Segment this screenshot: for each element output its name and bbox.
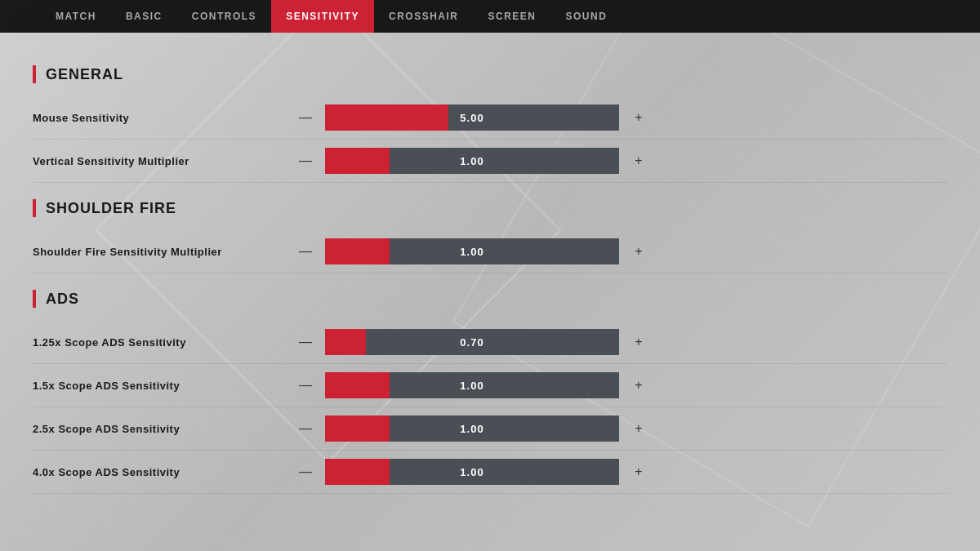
nav-tab-sensitivity[interactable]: SENSITIVITY [271,0,374,33]
section-title-general: General [33,65,947,83]
slider-value-shoulder-fire-sensitivity: 1.00 [325,246,619,258]
plus-button-vertical-sensitivity[interactable]: + [627,149,650,172]
slider-vertical-sensitivity[interactable]: 1.00 [325,148,619,174]
slider-value-ads-125: 0.70 [325,336,619,349]
section-title-text-general: General [46,66,123,83]
section-title-ads: ADS [33,290,947,308]
slider-shoulder-fire-sensitivity[interactable]: 1.00 [325,238,619,264]
setting-control-ads-40: —1.00+ [294,459,947,485]
setting-label-shoulder-fire-sensitivity: Shoulder Fire Sensitivity Multiplier [33,246,294,258]
setting-label-ads-15: 1.5x Scope ADS Sensitivity [33,380,294,392]
setting-row-mouse-sensitivity: Mouse Sensitivity—5.00+ [33,96,947,140]
slider-ads-25[interactable]: 1.00 [325,415,619,442]
nav-tab-sound[interactable]: SOUND [551,0,622,33]
section-ads: ADS1.25x Scope ADS Sensitivity—0.70+1.5x… [33,290,947,494]
setting-label-ads-125: 1.25x Scope ADS Sensitivity [33,336,294,349]
section-title-shoulder-fire: Shoulder Fire [33,199,947,217]
slider-ads-125[interactable]: 0.70 [325,329,619,355]
main-content: GeneralMouse Sensitivity—5.00+Vertical S… [0,33,980,551]
setting-row-ads-40: 4.0x Scope ADS Sensitivity—1.00+ [33,451,947,494]
minus-button-vertical-sensitivity[interactable]: — [294,149,317,172]
minus-button-ads-25[interactable]: — [294,417,317,440]
section-title-text-ads: ADS [46,291,79,308]
nav-tab-basic[interactable]: BASIC [111,0,177,33]
setting-control-ads-15: —1.00+ [294,372,947,398]
section-title-text-shoulder-fire: Shoulder Fire [46,200,176,217]
setting-control-vertical-sensitivity: —1.00+ [294,148,947,174]
plus-button-ads-15[interactable]: + [627,374,650,397]
plus-button-ads-125[interactable]: + [627,331,650,353]
setting-control-shoulder-fire-sensitivity: —1.00+ [294,238,947,264]
nav-tab-match[interactable]: MATCH [41,0,111,33]
plus-button-ads-25[interactable]: + [627,417,650,440]
slider-ads-15[interactable]: 1.00 [325,372,619,398]
minus-button-shoulder-fire-sensitivity[interactable]: — [294,240,317,263]
minus-button-ads-15[interactable]: — [294,374,317,397]
section-shoulder-fire: Shoulder FireShoulder Fire Sensitivity M… [33,199,947,273]
setting-label-ads-40: 4.0x Scope ADS Sensitivity [33,466,294,478]
setting-control-ads-125: —0.70+ [294,329,947,355]
plus-button-shoulder-fire-sensitivity[interactable]: + [627,240,650,263]
nav-tabs: MATCHBASICCONTROLSSENSITIVITYCROSSHAIRSC… [41,0,621,33]
setting-label-ads-25: 2.5x Scope ADS Sensitivity [33,423,294,435]
section-title-bar-ads [33,290,36,308]
slider-mouse-sensitivity[interactable]: 5.00 [325,104,619,131]
minus-button-ads-125[interactable]: — [294,331,317,353]
slider-value-ads-15: 1.00 [325,380,619,392]
minus-button-mouse-sensitivity[interactable]: — [294,106,317,129]
setting-row-ads-125: 1.25x Scope ADS Sensitivity—0.70+ [33,321,947,364]
sections-container: GeneralMouse Sensitivity—5.00+Vertical S… [33,65,947,494]
slider-value-ads-25: 1.00 [325,423,619,435]
setting-row-vertical-sensitivity: Vertical Sensitivity Multiplier—1.00+ [33,140,947,183]
slider-ads-40[interactable]: 1.00 [325,459,619,485]
plus-button-mouse-sensitivity[interactable]: + [627,106,650,129]
slider-value-vertical-sensitivity: 1.00 [325,155,619,167]
plus-button-ads-40[interactable]: + [627,460,650,483]
setting-row-ads-25: 2.5x Scope ADS Sensitivity—1.00+ [33,407,947,451]
section-title-bar-shoulder-fire [33,199,36,217]
setting-control-ads-25: —1.00+ [294,415,947,442]
setting-control-mouse-sensitivity: —5.00+ [294,104,947,131]
section-title-bar-general [33,65,36,83]
setting-label-mouse-sensitivity: Mouse Sensitivity [33,112,294,124]
slider-value-ads-40: 1.00 [325,466,619,478]
nav-tab-screen[interactable]: SCREEN [474,0,551,33]
minus-button-ads-40[interactable]: — [294,460,317,483]
setting-row-shoulder-fire-sensitivity: Shoulder Fire Sensitivity Multiplier—1.0… [33,230,947,273]
section-general: GeneralMouse Sensitivity—5.00+Vertical S… [33,65,947,183]
nav-tab-crosshair[interactable]: CROSSHAIR [374,0,474,33]
setting-row-ads-15: 1.5x Scope ADS Sensitivity—1.00+ [33,364,947,407]
nav-bar: MATCHBASICCONTROLSSENSITIVITYCROSSHAIRSC… [0,0,980,33]
slider-value-mouse-sensitivity: 5.00 [325,112,619,124]
nav-tab-controls[interactable]: CONTROLS [177,0,271,33]
setting-label-vertical-sensitivity: Vertical Sensitivity Multiplier [33,155,294,167]
